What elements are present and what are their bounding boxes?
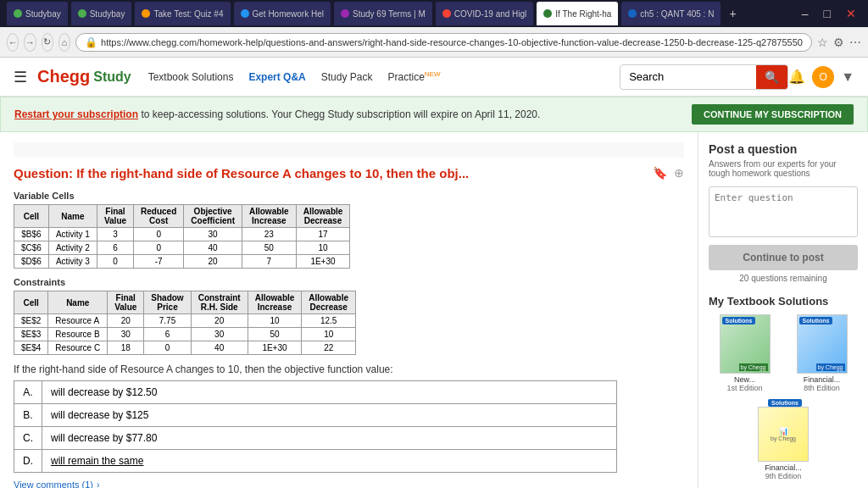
question-textarea[interactable] — [709, 186, 858, 237]
textbook-edition-1: 1st Edition — [726, 384, 762, 392]
search-input[interactable] — [620, 67, 756, 86]
col-header-cell: Cell — [14, 291, 48, 314]
cell-name: Resource C — [48, 341, 108, 355]
search-area: 🔍 — [620, 64, 788, 90]
col-header-constraint: ConstraintR.H. Side — [191, 291, 248, 314]
search-icon: 🔍 — [765, 70, 779, 84]
col-header-allowdec: AllowableDecrease — [302, 291, 356, 314]
tab-righthand[interactable]: If The Right-ha — [537, 2, 618, 25]
tab-studybay-1[interactable]: Studybay — [7, 2, 68, 25]
continue-subscription-button[interactable]: CONTINUE MY SUBSCRIPTION — [692, 104, 854, 125]
menu-icon[interactable]: ☰ — [14, 68, 27, 86]
textbook-chart: 📊 — [771, 427, 796, 435]
subscription-banner: Restart your subscription to keep-access… — [0, 97, 868, 132]
tab-icon — [241, 9, 249, 18]
cell-shadowprice: 0 — [144, 341, 191, 355]
extensions-button[interactable]: ⚙ — [833, 36, 844, 49]
search-box: 🔍 — [620, 64, 788, 90]
chegg-logo: Chegg — [37, 67, 90, 86]
cell-allowdec: 17 — [296, 228, 350, 241]
dropdown-chevron-icon[interactable]: ▼ — [841, 69, 854, 85]
col-header-shadowprice: ShadowPrice — [144, 291, 191, 314]
forward-button[interactable]: → — [24, 33, 36, 52]
textbook-image-3[interactable]: 📊 by Chegg — [758, 407, 809, 462]
cell-shadowprice: 6 — [144, 328, 191, 341]
cell-constraint: 40 — [191, 341, 248, 355]
nav-expert-qa[interactable]: Expert Q&A — [248, 71, 305, 83]
choice-text: will decrease by $125 — [42, 404, 617, 427]
tab-label: If The Right-ha — [555, 9, 611, 19]
expand-icon[interactable]: ⊕ — [674, 166, 684, 180]
nav-study-pack[interactable]: Study Pack — [321, 71, 373, 83]
cell-name: Resource A — [48, 314, 108, 328]
post-question-title: Post a question — [709, 142, 858, 156]
blurred-content-bar — [14, 142, 684, 158]
restart-subscription-link[interactable]: Restart your subscription — [14, 108, 138, 120]
cell-finalval: 20 — [108, 314, 144, 328]
col-header-finalval: FinalValue — [108, 291, 144, 314]
continue-to-post-button[interactable]: Continue to post — [709, 245, 858, 270]
table-row: $D$6 Activity 3 0 -7 20 7 1E+30 — [14, 255, 350, 269]
col-header-finalval: FinalValue — [97, 205, 133, 228]
textbook-title-3: Financial... — [765, 463, 802, 472]
nav-textbook-solutions[interactable]: Textbook Solutions — [148, 71, 234, 83]
cell-ref: $E$4 — [14, 341, 48, 355]
tab-taktest[interactable]: Take Test: Quiz #4 — [135, 2, 230, 25]
banner-text: Restart your subscription to keep-access… — [14, 108, 540, 120]
right-sidebar: Post a question Answers from our experts… — [698, 132, 868, 488]
bookmark-icon[interactable]: 🔖 — [653, 166, 667, 180]
textbook-image-1[interactable]: Solutions by Chegg — [720, 314, 771, 374]
nav-practice[interactable]: PracticeNEW — [387, 70, 440, 83]
cell-allowinc: 10 — [248, 314, 302, 328]
back-button[interactable]: ← — [7, 33, 19, 52]
cell-objcoef: 40 — [184, 241, 242, 255]
browser-chrome: ← → ↻ ⌂ 🔒 https://www.chegg.com/homework… — [0, 27, 868, 58]
chevron-right-icon: › — [97, 480, 100, 488]
refresh-button[interactable]: ↻ — [42, 33, 53, 52]
minimize-button[interactable]: – — [797, 5, 814, 22]
table-row: $E$2 Resource A 20 7.75 20 10 12.5 — [14, 314, 356, 328]
tab-studybay-2[interactable]: Studybay — [71, 2, 132, 25]
view-comments-link[interactable]: View comments (1) › — [14, 480, 684, 488]
cell-reducedcost: -7 — [134, 255, 184, 269]
textbook-image-2[interactable]: Solutions by Chegg — [797, 314, 848, 374]
tab-homework[interactable]: Get Homework Hel — [234, 2, 331, 25]
cell-ref: $B$6 — [14, 228, 49, 241]
maximize-button[interactable]: □ — [819, 5, 836, 22]
taskbar-tabs: Studybay Studybay Take Test: Quiz #4 Get… — [7, 2, 742, 25]
list-item: D. will remain the same — [14, 450, 617, 473]
choice-letter: D. — [14, 450, 42, 473]
close-button[interactable]: ✕ — [841, 5, 861, 22]
textbook-card-3: Solutions 📊 by Chegg Financial... 9th Ed… — [709, 397, 858, 480]
tab-label: COVID-19 and Higl — [454, 9, 527, 19]
solutions-badge: Solutions — [722, 317, 756, 324]
tab-ch5[interactable]: ch5 : QANT 405 : N — [621, 2, 721, 25]
browser-actions: ☆ ⚙ ⋯ — [817, 36, 861, 49]
tab-study69[interactable]: Study 69 Terms | M — [334, 2, 432, 25]
table-row: $E$4 Resource C 18 0 40 1E+30 22 — [14, 341, 356, 355]
tab-icon — [341, 9, 349, 18]
cell-allowdec: 10 — [302, 328, 356, 341]
solutions-badge: Solutions — [799, 317, 833, 324]
bell-icon[interactable]: 🔔 — [788, 69, 805, 85]
address-bar[interactable]: 🔒 https://www.chegg.com/homework-help/qu… — [75, 33, 812, 52]
home-button[interactable]: ⌂ — [58, 33, 70, 52]
textbook-grid: Solutions by Chegg New... 1st Edition So… — [709, 314, 858, 480]
cell-allowdec: 12.5 — [302, 314, 356, 328]
avatar[interactable]: O — [812, 66, 834, 88]
constraints-title: Constraints — [14, 277, 684, 287]
search-button[interactable]: 🔍 — [756, 64, 787, 90]
star-button[interactable]: ☆ — [817, 36, 828, 49]
cell-objcoef: 20 — [184, 255, 242, 269]
tab-icon — [14, 9, 22, 18]
cell-allowinc: 7 — [242, 255, 296, 269]
tab-covid[interactable]: COVID-19 and Higl — [436, 2, 534, 25]
by-chegg-label: by Chegg — [739, 363, 768, 371]
taskbar: Studybay Studybay Take Test: Quiz #4 Get… — [0, 0, 868, 27]
tab-label: Get Homework Hel — [253, 9, 324, 19]
more-button[interactable]: ⋯ — [849, 36, 861, 49]
add-tab-button[interactable]: + — [724, 5, 741, 22]
lock-icon: 🔒 — [85, 36, 97, 48]
tab-label: Study 69 Terms | M — [353, 9, 426, 19]
col-header-reducedcost: ReducedCost — [134, 205, 184, 228]
